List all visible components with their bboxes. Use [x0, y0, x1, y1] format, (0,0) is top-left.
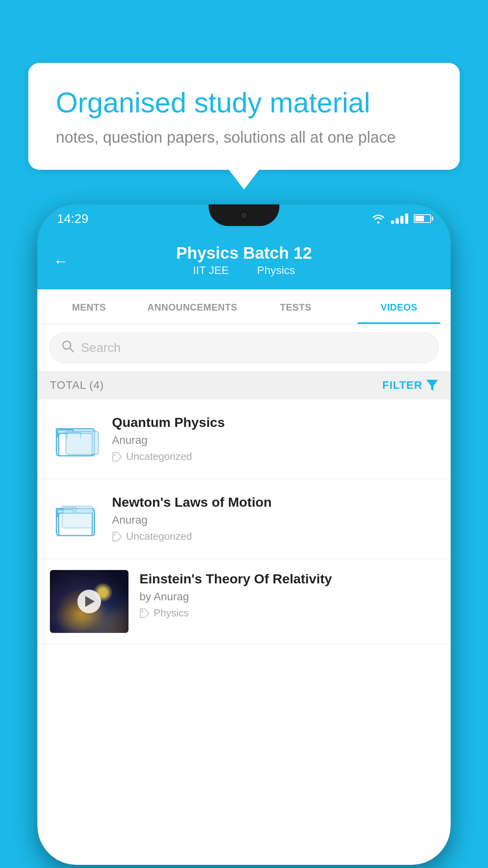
video-thumbnail-1 — [50, 414, 101, 465]
video-thumbnail-2 — [50, 493, 101, 544]
phone-frame: 14:29 — [37, 204, 451, 865]
tab-tests[interactable]: TESTS — [244, 289, 347, 324]
video-thumbnail-3 — [50, 570, 128, 633]
tag-icon-3 — [139, 608, 150, 618]
wifi-icon — [371, 213, 385, 224]
tag-icon-1 — [112, 452, 122, 462]
search-placeholder: Search — [81, 340, 121, 355]
status-time: 14:29 — [57, 211, 88, 226]
video-title-3: Einstein's Theory Of Relativity — [139, 570, 438, 587]
video-tag-3: Physics — [139, 607, 438, 619]
phone-wrapper: 14:29 — [37, 204, 451, 865]
play-triangle-icon — [85, 596, 95, 607]
svg-point-3 — [114, 454, 116, 456]
play-button[interactable] — [77, 590, 101, 613]
svg-line-1 — [70, 348, 73, 352]
search-bar[interactable]: Search — [49, 332, 439, 363]
signal-bars — [391, 213, 408, 224]
background: Organised study material notes, question… — [0, 0, 488, 868]
video-author-1: Anurag — [112, 434, 438, 447]
speech-bubble-title: Organised study material — [56, 86, 432, 119]
video-info-3: Einstein's Theory Of Relativity by Anura… — [139, 570, 438, 619]
header-subtitle: IIT JEE Physics — [187, 264, 301, 277]
video-tag-text-1: Uncategorized — [126, 451, 192, 463]
filter-funnel-icon — [426, 380, 438, 391]
filter-label: FILTER — [382, 379, 422, 392]
back-button[interactable]: ← — [53, 252, 69, 270]
video-info-1: Quantum Physics Anurag Uncategorized — [112, 414, 438, 463]
header-category: IIT JEE — [193, 264, 229, 276]
video-item-3[interactable]: Einstein's Theory Of Relativity by Anura… — [37, 559, 451, 644]
svg-point-5 — [141, 610, 143, 612]
tab-announcements[interactable]: ANNOUNCEMENTS — [141, 289, 244, 324]
filter-button[interactable]: FILTER — [382, 379, 438, 392]
video-item-2[interactable]: Newton's Laws of Motion Anurag Uncategor… — [37, 479, 451, 559]
video-title-1: Quantum Physics — [112, 414, 438, 431]
battery-icon — [414, 214, 431, 223]
speech-bubble: Organised study material notes, question… — [28, 63, 460, 170]
header-subject: Physics — [257, 264, 295, 276]
front-camera — [240, 211, 248, 220]
phone-screen: 14:29 — [37, 204, 451, 865]
svg-marker-2 — [426, 380, 438, 391]
folder-icon-1b — [66, 426, 99, 455]
speech-bubble-subtitle: notes, question papers, solutions all at… — [56, 129, 432, 146]
video-tag-2: Uncategorized — [112, 530, 438, 542]
video-title-2: Newton's Laws of Motion — [112, 493, 438, 511]
filter-bar: TOTAL (4) FILTER — [37, 371, 451, 399]
search-icon — [61, 340, 75, 356]
tabs-bar: MENTS ANNOUNCEMENTS TESTS VIDEOS — [37, 289, 451, 324]
video-author-2: Anurag — [112, 514, 438, 526]
video-info-2: Newton's Laws of Motion Anurag Uncategor… — [112, 493, 438, 542]
video-author-3: by Anurag — [139, 590, 438, 603]
video-tag-text-3: Physics — [154, 607, 189, 619]
svg-point-4 — [114, 533, 116, 535]
video-list: Quantum Physics Anurag Uncategorized — [37, 399, 451, 644]
speech-bubble-container: Organised study material notes, question… — [28, 63, 460, 170]
header-title: Physics Batch 12 — [176, 244, 312, 263]
total-count: TOTAL (4) — [50, 379, 104, 392]
folder-icon-2b — [62, 501, 93, 528]
search-container: Search — [37, 324, 451, 371]
app-header: ← Physics Batch 12 IIT JEE Physics — [37, 233, 451, 289]
video-tag-text-2: Uncategorized — [126, 530, 192, 542]
notch — [209, 204, 279, 226]
tab-ments[interactable]: MENTS — [37, 289, 141, 324]
status-icons — [371, 213, 431, 224]
video-tag-1: Uncategorized — [112, 451, 438, 463]
tab-videos[interactable]: VIDEOS — [347, 289, 451, 324]
tag-icon-2 — [112, 531, 122, 542]
video-item-1[interactable]: Quantum Physics Anurag Uncategorized — [37, 399, 451, 479]
